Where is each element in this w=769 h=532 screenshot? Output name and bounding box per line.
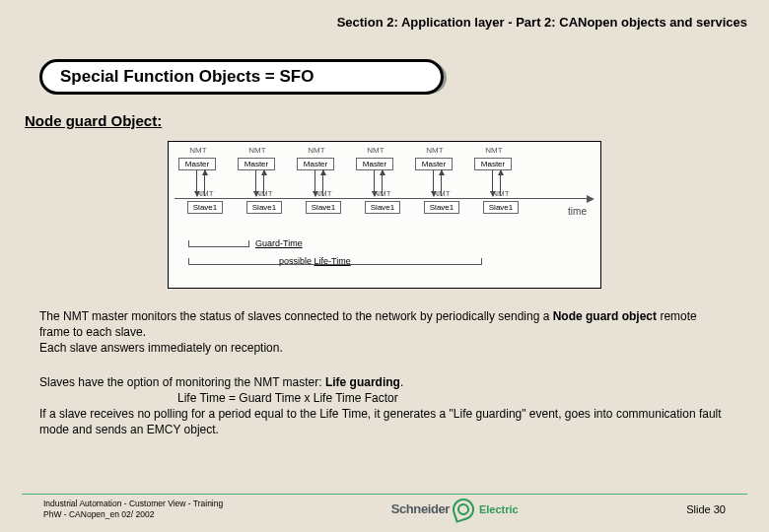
slave-box: Slave1 (424, 201, 459, 214)
master-label: NMT (417, 146, 453, 155)
slave-label: NMT (366, 189, 399, 198)
life-time-label: possible Life-Time (279, 256, 351, 266)
master-label: NMT (180, 146, 216, 155)
title-text: Special Function Objects = SFO (39, 59, 444, 95)
section-header: Section 2: Application layer - Part 2: C… (0, 0, 769, 30)
master-box: Master (415, 158, 453, 170)
master-label: NMT (240, 146, 275, 155)
slave-box: Slave1 (306, 201, 341, 214)
nmt-exchange: NMTMasterNMTSlave1 (411, 148, 470, 236)
slave-box: Slave1 (483, 201, 519, 214)
paragraph-2: Slaves have the option of monitoring the… (39, 374, 730, 438)
guard-time-label: Guard-Time (255, 238, 303, 248)
schneider-logo: Schneider Electric (391, 495, 519, 520)
footer: Industrial Automation - Customer View - … (22, 494, 747, 520)
nmt-exchange: NMTMasterNMTSlave1 (470, 148, 529, 236)
paragraph-1: The NMT master monitors the status of sl… (39, 308, 730, 357)
master-box: Master (356, 158, 393, 170)
slave-label: NMT (247, 189, 281, 198)
slave-box: Slave1 (246, 201, 282, 214)
footer-left: Industrial Automation - Customer View - … (43, 495, 223, 520)
master-box: Master (297, 158, 334, 170)
nmt-exchange: NMTMasterNMTSlave1 (175, 148, 234, 236)
master-box: Master (238, 158, 275, 170)
slave-label: NMT (425, 189, 458, 198)
master-label: NMT (299, 146, 334, 155)
logo-swirl-icon (450, 496, 477, 523)
time-axis-label: time (568, 206, 587, 217)
slave-label: NMT (188, 189, 222, 198)
nmt-exchange: NMTMasterNMTSlave1 (234, 148, 293, 236)
slide-number: Slide 30 (686, 499, 726, 515)
subheading: Node guard Object: (25, 112, 769, 129)
slave-label: NMT (484, 189, 518, 198)
slave-label: NMT (307, 189, 340, 198)
slave-box: Slave1 (365, 201, 400, 214)
nmt-exchange: NMTMasterNMTSlave1 (352, 148, 411, 236)
nmt-exchange: NMTMasterNMTSlave1 (293, 148, 352, 236)
node-guard-diagram: time NMTMasterNMTSlave1NMTMasterNMTSlave… (168, 141, 601, 289)
master-box: Master (474, 158, 512, 170)
master-box: Master (178, 158, 216, 170)
title-banner: Special Function Objects = SFO (39, 59, 444, 95)
master-label: NMT (358, 146, 393, 155)
master-label: NMT (476, 146, 512, 155)
slave-box: Slave1 (187, 201, 223, 214)
